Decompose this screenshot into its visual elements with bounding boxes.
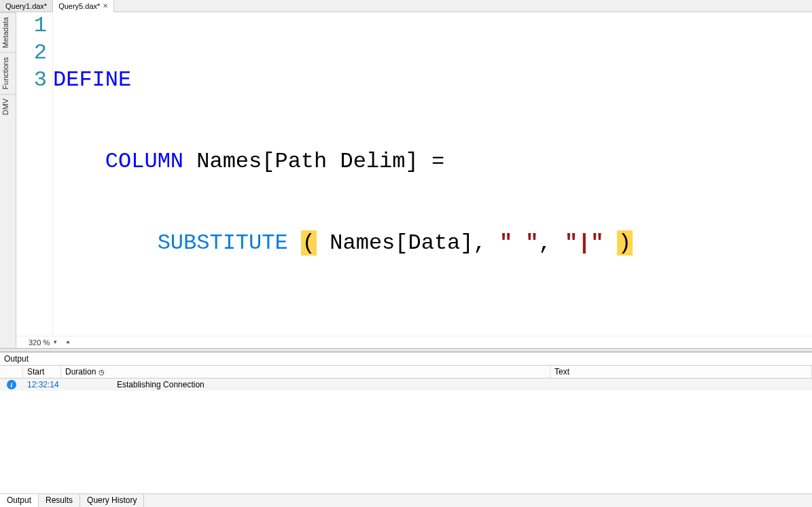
col-header-start[interactable]: Start (23, 366, 61, 378)
keyword-token: COLUMN (105, 149, 183, 174)
side-tab-bar: Metadata Functions DMV (0, 12, 16, 348)
text-token: Names[Path Delim] = (183, 149, 444, 174)
line-number-gutter: 1 2 3 (16, 12, 53, 336)
bottom-tab-results[interactable]: Results (39, 494, 80, 507)
code-editor[interactable]: 1 2 3 DEFINE COLUMN Names[Path Delim] = … (16, 12, 812, 336)
chevron-down-icon[interactable]: ▼ (52, 339, 58, 345)
panel-title: Output (0, 353, 812, 365)
code-line: SUBSTITUTE ( Names[Data], " ", "|" ) (53, 230, 812, 257)
file-tab-bar: Query1.dax* Query5.dax* ✕ (0, 0, 812, 12)
chevron-left-icon[interactable]: ◄ (65, 339, 70, 345)
paren-highlight: ) (617, 230, 633, 256)
output-panel: Output Start Duration ◷ Text i 12:32:14 … (0, 352, 812, 493)
side-tab-functions[interactable]: Functions (0, 52, 16, 94)
file-tab-label: Query5.dax* (58, 2, 100, 10)
main-area: Metadata Functions DMV 1 2 3 DEFINE COLU… (0, 12, 812, 348)
line-number: 3 (16, 67, 47, 94)
text-token: Names[Data], (317, 230, 499, 256)
table-row[interactable]: i 12:32:14 Establishing Connection (0, 379, 812, 391)
row-text-cell: Establishing Connection (113, 379, 812, 391)
line-number: 1 (16, 12, 47, 39)
paren-highlight: ( (301, 230, 317, 256)
row-duration-cell (61, 383, 113, 386)
output-grid-body: i 12:32:14 Establishing Connection (0, 379, 812, 493)
keyword-token: DEFINE (53, 67, 131, 92)
zoom-level[interactable]: 320 % (29, 338, 50, 347)
code-line: DEFINE (53, 67, 812, 94)
string-token: "|" (565, 230, 604, 256)
row-start-cell: 12:32:14 (23, 379, 61, 391)
string-token: " " (499, 230, 539, 256)
side-tab-dmv[interactable]: DMV (0, 94, 16, 119)
file-tab-query1[interactable]: Query1.dax* (0, 0, 53, 12)
col-header-duration[interactable]: Duration ◷ (61, 366, 550, 378)
bottom-tab-output[interactable]: Output (0, 494, 39, 507)
close-icon[interactable]: ✕ (103, 2, 108, 10)
output-grid-header: Start Duration ◷ Text (0, 365, 812, 379)
code-content[interactable]: DEFINE COLUMN Names[Path Delim] = SUBSTI… (53, 12, 812, 336)
col-header-icon[interactable] (0, 366, 23, 378)
side-tab-metadata[interactable]: Metadata (0, 12, 16, 52)
clock-icon: ◷ (99, 368, 105, 376)
code-line: COLUMN Names[Path Delim] = (53, 148, 812, 175)
file-tab-query5[interactable]: Query5.dax* ✕ (53, 0, 114, 12)
function-token: SUBSTITUTE (158, 230, 288, 256)
zoom-bar: 320 % ▼ ◄ (16, 336, 812, 348)
row-status-cell: i (0, 379, 23, 391)
info-icon: i (7, 380, 16, 389)
bottom-tab-query-history[interactable]: Query History (80, 494, 144, 507)
bottom-tab-bar: Output Results Query History (0, 493, 812, 507)
file-tab-label: Query1.dax* (5, 2, 47, 10)
line-number: 2 (16, 39, 47, 67)
editor-pane: 1 2 3 DEFINE COLUMN Names[Path Delim] = … (16, 12, 812, 348)
col-header-text[interactable]: Text (550, 366, 812, 378)
